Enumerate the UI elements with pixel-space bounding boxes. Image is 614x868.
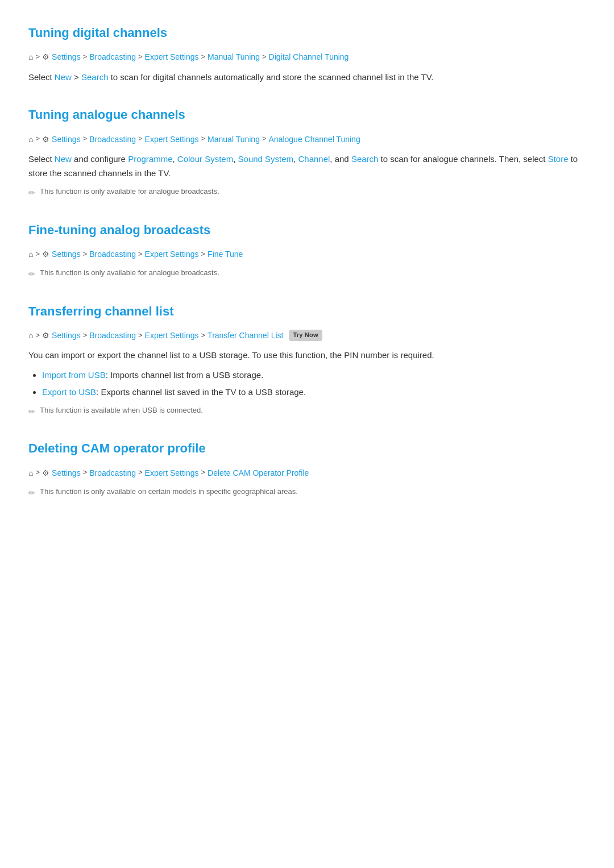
breadcrumb-link-settings[interactable]: Settings	[52, 329, 81, 342]
breadcrumb-separator: >	[138, 248, 143, 260]
breadcrumb-link-broadcasting[interactable]: Broadcasting	[89, 51, 136, 63]
breadcrumb-tuning-analogue: ⌂>⚙Settings>Broadcasting>Expert Settings…	[28, 133, 586, 146]
highlight-text: Programme	[128, 154, 172, 164]
highlight-text: Colour System	[177, 154, 233, 164]
breadcrumb-separator: >	[83, 467, 88, 479]
breadcrumb-separator: >	[138, 467, 143, 479]
breadcrumb-link-transfer-channel-list[interactable]: Transfer Channel List	[208, 329, 283, 342]
try-now-badge[interactable]: Try Now	[289, 330, 322, 341]
breadcrumb-separator: >	[138, 51, 143, 63]
note-deleting-cam: ✏This function is only available on cert…	[28, 486, 586, 499]
section-title-tuning-analogue: Tuning analogue channels	[28, 105, 586, 124]
breadcrumb-link-fine-tune[interactable]: Fine Tune	[208, 248, 243, 260]
note-tuning-analogue: ✏This function is only available for ana…	[28, 186, 586, 199]
note-transferring-channel: ✏This function is available when USB is …	[28, 405, 586, 418]
breadcrumb-link-broadcasting[interactable]: Broadcasting	[89, 329, 136, 342]
breadcrumb-separator: >	[35, 51, 40, 63]
breadcrumb-separator: >	[201, 248, 206, 260]
breadcrumb-link-broadcasting[interactable]: Broadcasting	[89, 248, 136, 260]
breadcrumb-link-analogue-channel-tuning[interactable]: Analogue Channel Tuning	[269, 133, 360, 146]
gear-icon: ⚙	[42, 51, 49, 63]
bullet-label: Import from USB	[42, 370, 106, 380]
section-fine-tuning: Fine-tuning analog broadcasts⌂>⚙Settings…	[28, 220, 586, 281]
pencil-icon: ✏	[28, 487, 35, 499]
section-title-fine-tuning: Fine-tuning analog broadcasts	[28, 220, 586, 240]
breadcrumb-separator: >	[201, 330, 206, 342]
highlight-text: Search	[81, 72, 109, 82]
bullet-label: Export to USB	[42, 387, 96, 397]
section-tuning-digital: Tuning digital channels⌂>⚙Settings>Broad…	[28, 23, 586, 84]
breadcrumb-link-expert-settings[interactable]: Expert Settings	[145, 51, 199, 63]
section-tuning-analogue: Tuning analogue channels⌂>⚙Settings>Broa…	[28, 105, 586, 199]
breadcrumb-transferring-channel: ⌂>⚙Settings>Broadcasting>Expert Settings…	[28, 329, 586, 342]
breadcrumb-separator: >	[35, 248, 40, 260]
breadcrumb-separator: >	[35, 467, 40, 479]
breadcrumb-link-manual-tuning[interactable]: Manual Tuning	[208, 133, 260, 146]
breadcrumb-link-expert-settings[interactable]: Expert Settings	[145, 329, 199, 342]
home-icon: ⌂	[28, 133, 33, 146]
section-title-tuning-digital: Tuning digital channels	[28, 23, 586, 43]
list-item: Export to USB: Exports channel list save…	[42, 385, 586, 399]
breadcrumb-link-broadcasting[interactable]: Broadcasting	[89, 467, 136, 479]
section-transferring-channel: Transferring channel list⌂>⚙Settings>Bro…	[28, 301, 586, 418]
breadcrumb-separator: >	[201, 133, 206, 145]
home-icon: ⌂	[28, 51, 33, 63]
breadcrumb-link-digital-channel-tuning[interactable]: Digital Channel Tuning	[269, 51, 349, 63]
breadcrumb-separator: >	[262, 51, 267, 63]
note-text: This function is only available for anal…	[40, 267, 219, 279]
section-deleting-cam: Deleting CAM operator profile⌂>⚙Settings…	[28, 438, 586, 499]
section-title-deleting-cam: Deleting CAM operator profile	[28, 438, 586, 458]
note-text: This function is available when USB is c…	[40, 405, 203, 417]
breadcrumb-separator: >	[83, 330, 88, 342]
breadcrumb-link-settings[interactable]: Settings	[52, 51, 81, 63]
note-text: This function is only available for anal…	[40, 186, 219, 198]
home-icon: ⌂	[28, 248, 33, 260]
breadcrumb-separator: >	[83, 51, 88, 63]
body-text-tuning-digital: Select New > Search to scan for digital …	[28, 70, 586, 85]
gear-icon: ⚙	[42, 133, 49, 146]
pencil-icon: ✏	[28, 405, 35, 418]
gear-icon: ⚙	[42, 467, 49, 479]
breadcrumb-link-manual-tuning[interactable]: Manual Tuning	[208, 51, 260, 63]
gear-icon: ⚙	[42, 329, 49, 342]
body-text-transferring-channel: You can import or export the channel lis…	[28, 348, 586, 363]
breadcrumb-separator: >	[83, 248, 88, 260]
breadcrumb-link-broadcasting[interactable]: Broadcasting	[89, 133, 136, 146]
pencil-icon: ✏	[28, 268, 35, 280]
breadcrumb-tuning-digital: ⌂>⚙Settings>Broadcasting>Expert Settings…	[28, 51, 586, 63]
breadcrumb-separator: >	[201, 51, 206, 63]
highlight-text: Store	[548, 154, 569, 164]
body-text-tuning-analogue: Select New and configure Programme, Colo…	[28, 152, 586, 181]
breadcrumb-link-delete-cam-operator-profile[interactable]: Delete CAM Operator Profile	[208, 467, 309, 479]
breadcrumb-deleting-cam: ⌂>⚙Settings>Broadcasting>Expert Settings…	[28, 467, 586, 479]
note-fine-tuning: ✏This function is only available for ana…	[28, 267, 586, 280]
breadcrumb-separator: >	[138, 330, 143, 342]
breadcrumb-link-expert-settings[interactable]: Expert Settings	[145, 467, 199, 479]
app-container: Tuning digital channels⌂>⚙Settings>Broad…	[28, 23, 586, 499]
highlight-text: Sound System	[238, 154, 294, 164]
breadcrumb-link-settings[interactable]: Settings	[52, 248, 81, 260]
breadcrumb-separator: >	[201, 467, 206, 479]
breadcrumb-fine-tuning: ⌂>⚙Settings>Broadcasting>Expert Settings…	[28, 248, 586, 260]
breadcrumb-separator: >	[262, 133, 267, 145]
highlight-text: New	[55, 154, 72, 164]
home-icon: ⌂	[28, 467, 33, 479]
pencil-icon: ✏	[28, 186, 35, 199]
list-item: Import from USB: Imports channel list fr…	[42, 368, 586, 382]
breadcrumb-separator: >	[83, 133, 88, 145]
gear-icon: ⚙	[42, 248, 49, 260]
home-icon: ⌂	[28, 329, 33, 342]
breadcrumb-separator: >	[138, 133, 143, 145]
breadcrumb-link-expert-settings[interactable]: Expert Settings	[145, 133, 199, 146]
highlight-text: Search	[351, 154, 379, 164]
highlight-text: Channel	[298, 154, 330, 164]
breadcrumb-separator: >	[35, 330, 40, 342]
highlight-text: New	[55, 72, 72, 82]
note-text: This function is only available on certa…	[40, 486, 298, 498]
breadcrumb-link-settings[interactable]: Settings	[52, 467, 81, 479]
breadcrumb-link-expert-settings[interactable]: Expert Settings	[145, 248, 199, 260]
breadcrumb-separator: >	[35, 133, 40, 145]
section-title-transferring-channel: Transferring channel list	[28, 301, 586, 321]
bullet-list-transferring-channel: Import from USB: Imports channel list fr…	[42, 368, 586, 399]
breadcrumb-link-settings[interactable]: Settings	[52, 133, 81, 146]
